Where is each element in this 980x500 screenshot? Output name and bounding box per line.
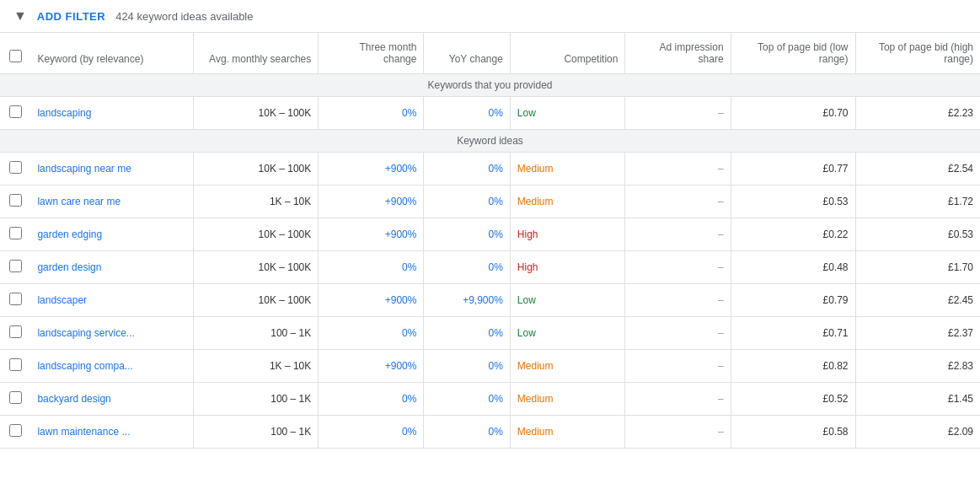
three-month-cell: +900% bbox=[319, 218, 424, 251]
keyword-link[interactable]: garden design bbox=[37, 261, 101, 273]
row-checkbox-cell[interactable] bbox=[0, 350, 30, 383]
select-all-checkbox[interactable] bbox=[9, 50, 22, 62]
row-checkbox-cell[interactable] bbox=[0, 284, 30, 317]
ad-impression-cell: – bbox=[625, 97, 731, 130]
ad-impression-cell: – bbox=[625, 317, 731, 350]
top-bid-high-cell: £0.53 bbox=[855, 218, 980, 251]
row-checkbox-cell[interactable] bbox=[0, 416, 30, 449]
select-all-header[interactable] bbox=[0, 33, 30, 74]
keyword-link[interactable]: landscaper bbox=[37, 294, 87, 306]
row-checkbox-cell[interactable] bbox=[0, 218, 30, 251]
three-month-cell: +900% bbox=[319, 350, 424, 383]
yoy-cell: 0% bbox=[424, 383, 510, 416]
row-checkbox-cell[interactable] bbox=[0, 97, 30, 130]
row-checkbox[interactable] bbox=[9, 325, 22, 338]
keyword-link[interactable]: landscaping bbox=[37, 107, 91, 119]
competition-cell: Medium bbox=[510, 350, 625, 383]
top-bid-high-cell: £2.54 bbox=[855, 153, 980, 185]
yoy-cell: 0% bbox=[424, 97, 510, 130]
keyword-link[interactable]: landscaping near me bbox=[37, 163, 131, 175]
keyword-cell: lawn care near me bbox=[30, 185, 193, 218]
ad-impression-cell: – bbox=[625, 153, 731, 185]
avg-monthly-cell: 10K – 100K bbox=[194, 153, 319, 185]
section-header-row: Keyword ideas bbox=[0, 130, 980, 153]
top-bid-low-cell: £0.52 bbox=[731, 383, 855, 416]
table-row: landscaping compa...1K – 10K+900%0%Mediu… bbox=[0, 350, 980, 383]
yoy-cell: +9,900% bbox=[424, 284, 510, 317]
row-checkbox-cell[interactable] bbox=[0, 317, 30, 350]
top-bid-high-cell: £2.23 bbox=[855, 97, 980, 130]
avg-monthly-cell: 1K – 10K bbox=[194, 185, 319, 218]
competition-cell: Medium bbox=[510, 185, 625, 218]
keywords-table: Keyword (by relevance) Avg. monthly sear… bbox=[0, 33, 980, 449]
yoy-cell: 0% bbox=[424, 251, 510, 284]
avg-monthly-cell: 1K – 10K bbox=[194, 350, 319, 383]
keyword-cell: garden edging bbox=[30, 218, 193, 251]
table-row: landscaper10K – 100K+900%+9,900%Low–£0.7… bbox=[0, 284, 980, 317]
row-checkbox[interactable] bbox=[9, 293, 22, 305]
keyword-link[interactable]: lawn care near me bbox=[37, 196, 120, 207]
top-bid-low-cell: £0.79 bbox=[731, 284, 855, 317]
table-row: landscaping near me10K – 100K+900%0%Medi… bbox=[0, 153, 980, 185]
keyword-cell: lawn maintenance ... bbox=[30, 416, 193, 449]
keyword-cell: landscaping bbox=[30, 97, 193, 130]
row-checkbox-cell[interactable] bbox=[0, 185, 30, 218]
competition-cell: Low bbox=[510, 284, 625, 317]
keyword-cell: backyard design bbox=[30, 383, 193, 416]
top-bid-low-cell: £0.70 bbox=[731, 97, 855, 130]
yoy-cell: 0% bbox=[424, 185, 510, 218]
col-header-yoy: YoY change bbox=[424, 33, 510, 74]
three-month-cell: 0% bbox=[319, 317, 424, 350]
keyword-link[interactable]: landscaping compa... bbox=[37, 360, 132, 372]
col-header-ad-impression: Ad impression share bbox=[625, 33, 731, 74]
three-month-cell: 0% bbox=[319, 97, 424, 130]
row-checkbox[interactable] bbox=[9, 194, 22, 207]
row-checkbox[interactable] bbox=[9, 227, 22, 239]
keyword-link[interactable]: lawn maintenance ... bbox=[37, 426, 130, 438]
avg-monthly-cell: 10K – 100K bbox=[194, 251, 319, 284]
keyword-cell: garden design bbox=[30, 251, 193, 284]
top-bid-low-cell: £0.58 bbox=[731, 416, 855, 449]
table-row: garden edging10K – 100K+900%0%High–£0.22… bbox=[0, 218, 980, 251]
top-bid-low-cell: £0.22 bbox=[731, 218, 855, 251]
ad-impression-cell: – bbox=[625, 284, 731, 317]
row-checkbox[interactable] bbox=[9, 358, 22, 371]
keyword-link[interactable]: backyard design bbox=[37, 393, 110, 405]
filter-icon: ▼ bbox=[13, 8, 27, 24]
table-row: landscaping10K – 100K0%0%Low–£0.70£2.23 bbox=[0, 97, 980, 130]
ad-impression-cell: – bbox=[625, 350, 731, 383]
yoy-cell: 0% bbox=[424, 317, 510, 350]
row-checkbox[interactable] bbox=[9, 391, 22, 404]
row-checkbox[interactable] bbox=[9, 105, 22, 118]
col-header-avg-monthly: Avg. monthly searches bbox=[194, 33, 319, 74]
competition-cell: High bbox=[510, 218, 625, 251]
row-checkbox[interactable] bbox=[9, 260, 22, 272]
top-bid-high-cell: £2.45 bbox=[855, 284, 980, 317]
keyword-cell: landscaping service... bbox=[30, 317, 193, 350]
col-header-top-bid-high: Top of page bid (high range) bbox=[855, 33, 980, 74]
competition-cell: Low bbox=[510, 97, 625, 130]
competition-cell: Medium bbox=[510, 153, 625, 185]
table-header: Keyword (by relevance) Avg. monthly sear… bbox=[0, 33, 980, 74]
col-header-keyword: Keyword (by relevance) bbox=[30, 33, 193, 74]
row-checkbox[interactable] bbox=[9, 161, 22, 174]
three-month-cell: +900% bbox=[319, 284, 424, 317]
yoy-cell: 0% bbox=[424, 218, 510, 251]
row-checkbox-cell[interactable] bbox=[0, 383, 30, 416]
table-body: Keywords that you providedlandscaping10K… bbox=[0, 74, 980, 449]
competition-cell: Medium bbox=[510, 416, 625, 449]
top-bid-high-cell: £2.09 bbox=[855, 416, 980, 449]
keyword-link[interactable]: garden edging bbox=[37, 228, 102, 240]
section-header-row: Keywords that you provided bbox=[0, 74, 980, 97]
row-checkbox-cell[interactable] bbox=[0, 153, 30, 185]
ad-impression-cell: – bbox=[625, 416, 731, 449]
yoy-cell: 0% bbox=[424, 416, 510, 449]
avg-monthly-cell: 10K – 100K bbox=[194, 218, 319, 251]
col-header-three-month: Three month change bbox=[319, 33, 424, 74]
keyword-link[interactable]: landscaping service... bbox=[37, 327, 134, 339]
top-bid-low-cell: £0.53 bbox=[731, 185, 855, 218]
add-filter-button[interactable]: ADD FILTER bbox=[37, 10, 105, 23]
row-checkbox[interactable] bbox=[9, 424, 22, 437]
avg-monthly-cell: 100 – 1K bbox=[194, 317, 319, 350]
row-checkbox-cell[interactable] bbox=[0, 251, 30, 284]
